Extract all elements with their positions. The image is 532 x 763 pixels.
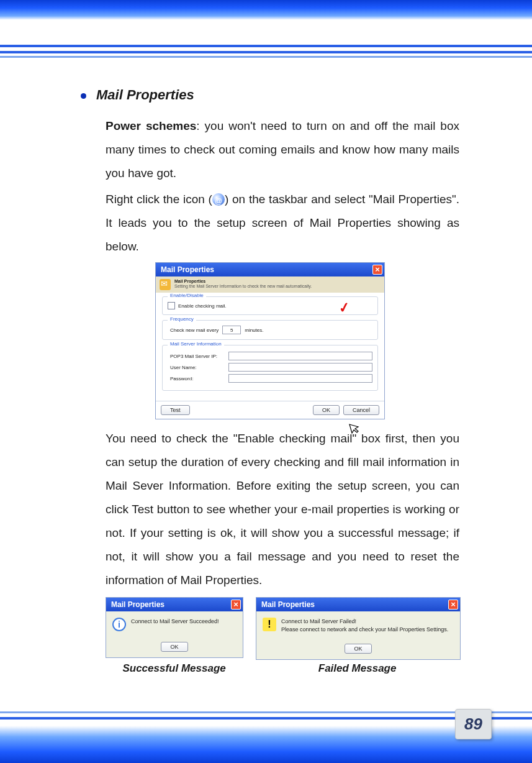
bullet-icon <box>81 93 86 99</box>
paragraph-3: You need to check the "Enable checking m… <box>106 427 459 592</box>
password-label: Password: <box>170 376 225 382</box>
username-label: User Name: <box>170 365 225 370</box>
dialog-title: Mail Properties <box>161 265 214 274</box>
cancel-button[interactable]: Cancel <box>343 405 379 415</box>
freq-pre-label: Check new mail every <box>170 327 219 333</box>
paragraph-2-pre: Right click the icon ( <box>106 193 212 206</box>
success-title: Mail Properties <box>111 600 165 609</box>
top-line-1 <box>0 45 532 47</box>
close-icon[interactable]: × <box>372 265 382 275</box>
password-input[interactable] <box>228 374 372 383</box>
power-schemes-label: Power schemes <box>106 119 196 132</box>
enable-disable-fieldset: Enable/Disable Enable checking mail. <box>162 296 378 315</box>
info-title: Mail Properties <box>174 279 312 284</box>
paragraph-2: Right click the icon () on the taskbar a… <box>106 188 459 258</box>
success-caption: Successful Message <box>106 662 243 675</box>
dialog-footer: Test OK Cancel <box>156 401 384 419</box>
bottom-gradient-bar <box>0 726 532 763</box>
success-dialog: Mail Properties × i Connect to Mail Serv… <box>106 597 243 658</box>
ok-button[interactable]: OK <box>313 405 340 415</box>
enable-checking-row: Enable checking mail. <box>168 302 372 309</box>
dialog-titlebar: Mail Properties × <box>156 263 384 276</box>
test-button[interactable]: Test <box>161 405 190 415</box>
close-icon[interactable]: × <box>448 600 458 610</box>
fail-title: Mail Properties <box>261 600 315 609</box>
fail-body: ! Connect to Mail Server Failed! Please … <box>256 611 460 639</box>
fail-line-2: Please connect to network and check your… <box>281 626 448 634</box>
mail-tray-icon <box>212 193 225 206</box>
ok-button[interactable]: OK <box>345 644 371 654</box>
dialog-body: Enable/Disable Enable checking mail. Fre… <box>156 293 384 401</box>
dialog-info-text: Mail Properties Setting the Mail Server … <box>174 279 312 290</box>
frequency-fieldset: Frequency Check new mail every 5 minutes… <box>162 320 378 340</box>
frequency-input[interactable]: 5 <box>222 326 241 334</box>
mail-properties-dialog: Mail Properties × Mail Properties Settin… <box>155 262 385 419</box>
enable-checking-checkbox[interactable] <box>168 302 175 309</box>
fail-dialog: Mail Properties × ! Connect to Mail Serv… <box>256 597 461 660</box>
enable-disable-legend: Enable/Disable <box>168 293 206 298</box>
success-footer: OK <box>106 637 243 657</box>
bottom-line-2 <box>0 717 532 720</box>
top-line-3 <box>0 56 532 58</box>
message-dialogs-row: Mail Properties × i Connect to Mail Serv… <box>106 597 459 660</box>
success-text: Connect to Mail Server Succeeded! <box>131 618 219 626</box>
captions-row: Successful Message Failed Message <box>106 662 459 675</box>
frequency-legend: Frequency <box>168 316 196 322</box>
password-row: Password: <box>168 374 372 383</box>
paragraph-1: Power schemes: you won't need to turn on… <box>106 114 459 185</box>
top-line-2 <box>0 51 532 53</box>
ok-button[interactable]: OK <box>161 642 187 652</box>
mail-server-fieldset: Mail Server Information POP3 Mail Server… <box>162 345 378 391</box>
freq-post-label: minutes. <box>245 327 263 333</box>
main-content: Mail Properties Power schemes: you won't… <box>81 87 459 675</box>
section-heading-row: Mail Properties <box>81 87 459 103</box>
top-gradient-bar <box>0 0 532 20</box>
fail-titlebar: Mail Properties × <box>256 598 460 611</box>
fail-text: Connect to Mail Server Failed! Please co… <box>281 618 448 633</box>
bottom-line-1 <box>0 711 532 713</box>
section-heading: Mail Properties <box>96 87 194 103</box>
frequency-row: Check new mail every 5 minutes. <box>168 326 372 334</box>
page-number: 89 <box>455 709 492 739</box>
username-input[interactable] <box>228 363 372 372</box>
mail-server-legend: Mail Server Information <box>168 341 224 347</box>
fail-footer: OK <box>256 639 460 659</box>
fail-caption: Failed Message <box>255 662 459 675</box>
pop3-row: POP3 Mail Server IP: <box>168 352 372 360</box>
warning-icon: ! <box>263 618 276 631</box>
close-icon[interactable]: × <box>231 600 241 610</box>
pop3-input[interactable] <box>228 352 372 360</box>
fail-line-1: Connect to Mail Server Failed! <box>281 618 448 626</box>
info-icon: i <box>112 618 126 631</box>
username-row: User Name: <box>168 363 372 372</box>
info-subtitle: Setting the Mail Server Information to c… <box>174 284 312 288</box>
success-body: i Connect to Mail Server Succeeded! <box>106 611 243 637</box>
enable-checking-label: Enable checking mail. <box>178 303 227 309</box>
dialog-info-bar: Mail Properties Setting the Mail Server … <box>156 276 384 293</box>
pop3-label: POP3 Mail Server IP: <box>170 354 225 359</box>
success-titlebar: Mail Properties × <box>106 598 243 611</box>
mail-icon <box>160 279 171 290</box>
